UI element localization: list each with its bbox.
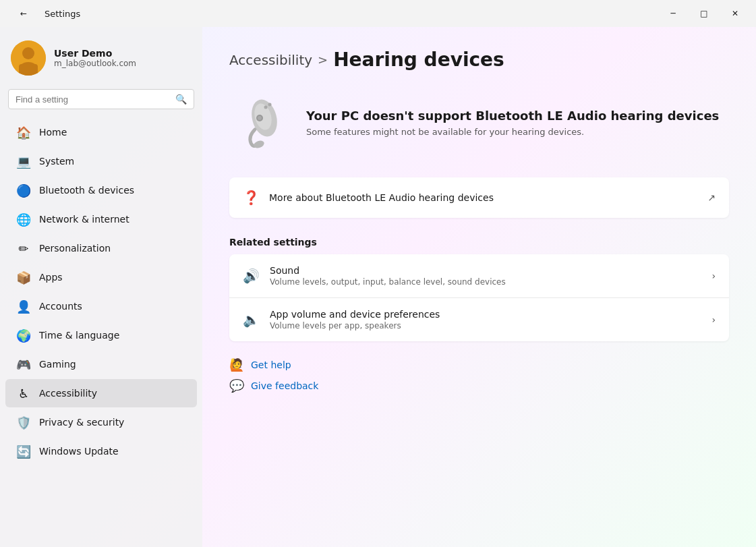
svg-point-1 <box>22 47 34 59</box>
privacy-icon: 🛡️ <box>16 415 31 430</box>
search-input[interactable] <box>16 94 170 105</box>
sound-description: Volume levels, output, input, balance le… <box>270 277 701 287</box>
sound-info: Sound Volume levels, output, input, bala… <box>270 265 701 287</box>
settings-card: 🔊 Sound Volume levels, output, input, ba… <box>229 254 729 341</box>
sidebar-item-label-bluetooth: Bluetooth & devices <box>39 185 134 196</box>
app-container: User Demo m_lab@outlook.com 🔍 🏠 Home 💻 S… <box>0 27 756 547</box>
sidebar-item-label-home: Home <box>39 127 67 138</box>
personalization-icon: ✏️ <box>16 241 31 256</box>
settings-item-app-volume[interactable]: 🔈 App volume and device preferences Volu… <box>229 297 729 341</box>
sidebar-item-label-apps: Apps <box>39 272 63 283</box>
svg-point-7 <box>264 106 268 109</box>
info-card: Your PC doesn't support Bluetooth LE Aud… <box>229 87 729 159</box>
sidebar-item-label-privacy: Privacy & security <box>39 417 124 428</box>
chevron-right-icon: › <box>711 270 716 281</box>
titlebar: ← Settings ─ □ ✕ <box>0 0 756 27</box>
more-about-card[interactable]: ❓ More about Bluetooth LE Audio hearing … <box>229 177 729 218</box>
sidebar-item-system[interactable]: 💻 System <box>5 147 197 175</box>
time-icon: 🌍 <box>16 328 31 343</box>
sidebar-item-label-update: Windows Update <box>39 446 119 457</box>
app-title: Settings <box>45 9 80 19</box>
related-settings-title: Related settings <box>229 237 729 248</box>
back-button[interactable]: ← <box>8 3 39 24</box>
sidebar-item-accessibility[interactable]: ♿ Accessibility <box>5 379 197 407</box>
svg-rect-3 <box>19 64 38 76</box>
accounts-icon: 👤 <box>16 299 31 314</box>
info-description: Some features might not be available for… <box>306 127 719 137</box>
get-help-icon: 🙋 <box>229 357 244 372</box>
sidebar-item-label-system: System <box>39 156 74 167</box>
avatar <box>11 40 46 76</box>
give-feedback-icon: 💬 <box>229 378 244 393</box>
sidebar-item-home[interactable]: 🏠 Home <box>5 118 197 146</box>
sidebar-item-network[interactable]: 🌐 Network & internet <box>5 205 197 233</box>
sidebar-item-privacy[interactable]: 🛡️ Privacy & security <box>5 408 197 436</box>
sound-icon: 🔊 <box>243 268 259 284</box>
sidebar-item-personalization[interactable]: ✏️ Personalization <box>5 234 197 262</box>
bluetooth-icon: 🔵 <box>16 183 31 198</box>
sidebar-item-label-network: Network & internet <box>39 214 129 225</box>
sidebar-nav: 🏠 Home 💻 System 🔵 Bluetooth & devices 🌐 … <box>0 117 202 466</box>
info-title: Your PC doesn't support Bluetooth LE Aud… <box>306 109 719 123</box>
get-help-label: Get help <box>251 359 291 370</box>
minimize-button[interactable]: ─ <box>658 3 689 24</box>
breadcrumb: Accessibility > Hearing devices <box>229 49 729 71</box>
update-icon: 🔄 <box>16 444 31 459</box>
sidebar-item-time[interactable]: 🌍 Time & language <box>5 321 197 349</box>
window-controls: ─ □ ✕ <box>658 3 751 24</box>
sidebar-item-update[interactable]: 🔄 Windows Update <box>5 437 197 465</box>
app-volume-info: App volume and device preferences Volume… <box>270 309 701 330</box>
network-icon: 🌐 <box>16 212 31 227</box>
give-feedback-link[interactable]: 💬 Give feedback <box>229 378 729 393</box>
breadcrumb-current: Hearing devices <box>333 49 504 71</box>
breadcrumb-parent[interactable]: Accessibility <box>229 52 312 68</box>
get-help-link[interactable]: 🙋 Get help <box>229 357 729 372</box>
settings-item-sound[interactable]: 🔊 Sound Volume levels, output, input, ba… <box>229 254 729 297</box>
search-box[interactable]: 🔍 <box>8 89 194 109</box>
give-feedback-label: Give feedback <box>251 380 318 391</box>
sound-title: Sound <box>270 265 701 276</box>
user-name: User Demo <box>54 48 136 59</box>
maximize-button[interactable]: □ <box>689 3 720 24</box>
sidebar-item-accounts[interactable]: 👤 Accounts <box>5 292 197 320</box>
apps-icon: 📦 <box>16 270 31 285</box>
user-info: User Demo m_lab@outlook.com <box>54 48 136 68</box>
user-email: m_lab@outlook.com <box>54 59 136 68</box>
svg-point-10 <box>258 116 262 120</box>
search-icon: 🔍 <box>175 94 187 105</box>
sidebar-item-label-accounts: Accounts <box>39 301 82 312</box>
breadcrumb-separator: > <box>318 53 328 67</box>
sidebar-item-gaming[interactable]: 🎮 Gaming <box>5 350 197 378</box>
sidebar: User Demo m_lab@outlook.com 🔍 🏠 Home 💻 S… <box>0 27 202 547</box>
sidebar-item-bluetooth[interactable]: 🔵 Bluetooth & devices <box>5 176 197 204</box>
svg-point-6 <box>253 140 265 150</box>
sidebar-item-label-accessibility: Accessibility <box>39 388 97 399</box>
chevron-right-icon: › <box>711 314 716 325</box>
home-icon: 🏠 <box>16 125 31 140</box>
related-settings-section: Related settings 🔊 Sound Volume levels, … <box>229 237 729 341</box>
user-profile[interactable]: User Demo m_lab@outlook.com <box>0 27 202 86</box>
gaming-icon: 🎮 <box>16 357 31 372</box>
question-icon: ❓ <box>243 190 260 206</box>
accessibility-icon: ♿ <box>16 386 31 401</box>
hearing-device-icon <box>229 92 290 153</box>
sidebar-item-label-gaming: Gaming <box>39 359 76 370</box>
app-volume-icon: 🔈 <box>243 312 259 328</box>
external-link-icon: ↗ <box>707 192 716 203</box>
sidebar-item-label-time: Time & language <box>39 330 119 341</box>
close-button[interactable]: ✕ <box>720 3 751 24</box>
sidebar-item-apps[interactable]: 📦 Apps <box>5 263 197 291</box>
svg-point-8 <box>268 103 272 107</box>
sidebar-item-label-personalization: Personalization <box>39 243 111 254</box>
system-icon: 💻 <box>16 154 31 169</box>
help-links: 🙋 Get help 💬 Give feedback <box>229 357 729 393</box>
app-volume-title: App volume and device preferences <box>270 309 701 320</box>
more-about-text: More about Bluetooth LE Audio hearing de… <box>269 192 698 203</box>
content-area: Accessibility > Hearing devices <box>202 27 756 547</box>
search-container: 🔍 <box>0 86 202 117</box>
app-volume-description: Volume levels per app, speakers <box>270 321 701 330</box>
info-text: Your PC doesn't support Bluetooth LE Aud… <box>306 109 719 137</box>
